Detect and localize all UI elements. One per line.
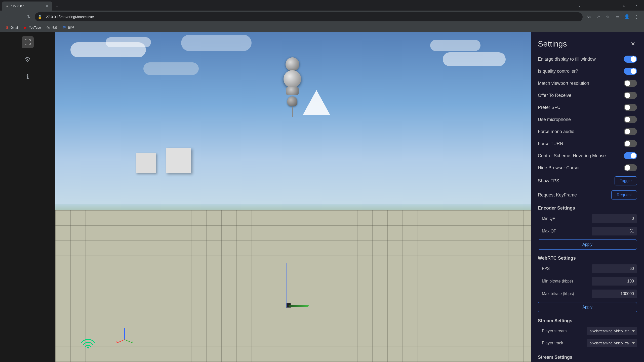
- bookmark-btn[interactable]: ☆: [603, 12, 612, 21]
- vertical-axis: [287, 263, 287, 308]
- axis-indicator: Z X Y —→: [114, 326, 135, 344]
- offer-label: Offer To Receive: [538, 93, 571, 98]
- microphone-label: Use microphone: [538, 117, 571, 122]
- svg-text:X: X: [115, 341, 117, 343]
- settings-row-offer: Offer To Receive: [538, 90, 637, 101]
- max-qp-row: Max QP: [538, 225, 637, 237]
- max-bitrate-label: Max bitrate (kbps): [538, 292, 574, 296]
- fps-input[interactable]: [592, 264, 637, 273]
- bookmarks-bar: G Gmail ▶ YouTube 🗺 地图 译 翻译: [0, 23, 644, 32]
- split-view-btn[interactable]: ▭: [613, 12, 622, 21]
- player-track-label: Player track: [538, 341, 563, 345]
- player-track-row: Player track pixelstreaming_video_tra: [538, 338, 637, 349]
- settings-icon-btn[interactable]: ⚙: [22, 53, 34, 65]
- forward-btn[interactable]: →: [14, 12, 23, 21]
- max-qp-label: Max QP: [538, 229, 556, 233]
- min-qp-input[interactable]: [592, 214, 637, 223]
- settings-row-sfu: Prefer SFU: [538, 102, 637, 113]
- keyframe-label: Request KeyFrame: [538, 192, 577, 198]
- translate-favicon: 译: [63, 26, 67, 30]
- enlarge-toggle[interactable]: [624, 56, 637, 63]
- settings-row-keyframe: Request KeyFrame Request: [538, 188, 637, 202]
- youtube-favicon: ▶: [23, 26, 27, 30]
- max-bitrate-input[interactable]: [592, 290, 637, 298]
- tab-close-btn[interactable]: ✕: [45, 4, 49, 8]
- cloud-5: [143, 62, 199, 75]
- active-tab[interactable]: ● 127.0.0.1 ✕: [2, 2, 52, 11]
- youtube-label: YouTube: [29, 26, 41, 29]
- webrtc-apply-btn[interactable]: Apply: [538, 302, 637, 312]
- tab-bar: ● 127.0.0.1 ✕ + ⌄ — □ ✕: [0, 0, 644, 11]
- content-area: ⛶ ⚙ ℹ: [0, 32, 644, 362]
- cursor-label: Hide Browser Cursor: [538, 165, 580, 171]
- back-btn[interactable]: ←: [3, 12, 12, 21]
- maximize-btn[interactable]: □: [618, 2, 630, 10]
- bookmark-gmail[interactable]: G Gmail: [3, 24, 20, 31]
- max-qp-input[interactable]: [592, 227, 637, 235]
- encoder-section-header: Encoder Settings: [538, 203, 637, 212]
- turn-label: Force TURN: [538, 141, 563, 146]
- bookmark-maps[interactable]: 🗺 地图: [44, 24, 60, 31]
- tab-list-btn[interactable]: ⌄: [574, 2, 585, 10]
- min-bitrate-label: Min bitrate (kbps): [538, 279, 573, 284]
- control-toggle[interactable]: [624, 152, 637, 159]
- enlarge-label: Enlarge display to fill window: [538, 57, 596, 62]
- settings-close-btn[interactable]: ✕: [629, 40, 637, 48]
- window-controls: ⌄ — □ ✕: [574, 2, 642, 11]
- sfu-label: Prefer SFU: [538, 105, 560, 110]
- translate-label: 翻译: [68, 25, 74, 30]
- left-sidebar: ⛶ ⚙ ℹ: [0, 32, 55, 362]
- quality-label: Is quality controller?: [538, 69, 578, 74]
- cloud-6: [181, 35, 252, 51]
- player-stream-select[interactable]: pixelstreaming_video_str: [587, 327, 637, 335]
- stream-settings-sub-header: Stream Settings: [538, 352, 637, 361]
- maps-favicon: 🗺: [46, 26, 50, 30]
- address-bar[interactable]: 🔒 127.0.0.1/?hoveringMouse=true: [35, 12, 583, 21]
- request-keyframe-btn[interactable]: Request: [611, 190, 637, 199]
- box-1: [136, 153, 156, 173]
- nav-right-icons: Aa ↗ ☆ ▭ 👤 ⋮: [584, 12, 641, 21]
- share-btn[interactable]: ↗: [594, 12, 603, 21]
- profile-btn[interactable]: 👤: [622, 12, 631, 21]
- settings-row-control: Control Scheme: Hovering Mouse: [538, 150, 637, 161]
- toggle-fps-btn[interactable]: Toggle: [615, 176, 637, 185]
- mono-toggle[interactable]: [624, 128, 637, 135]
- browser-frame: ● 127.0.0.1 ✕ + ⌄ — □ ✕ ← → ↻ 🔒 127.0.0.…: [0, 0, 644, 362]
- player-track-select[interactable]: pixelstreaming_video_tra: [587, 339, 637, 347]
- translate-btn[interactable]: Aa: [584, 12, 593, 21]
- robot-figure: [284, 57, 301, 117]
- close-btn[interactable]: ✕: [630, 2, 642, 10]
- encoder-apply-btn[interactable]: Apply: [538, 239, 637, 250]
- turn-toggle[interactable]: [624, 140, 637, 147]
- settings-header: Settings ✕: [531, 32, 644, 54]
- svg-text:Z: Z: [124, 326, 125, 328]
- quality-toggle[interactable]: [624, 68, 637, 75]
- player-stream-label: Player stream: [538, 329, 567, 333]
- player-stream-row: Player stream pixelstreaming_video_str: [538, 326, 637, 337]
- viewport-toggle[interactable]: [624, 80, 637, 87]
- white-triangle: [303, 90, 330, 115]
- min-bitrate-input[interactable]: [592, 277, 637, 286]
- robot-neck: [286, 87, 299, 95]
- box-2: [166, 148, 191, 173]
- bookmark-translate[interactable]: 译 翻译: [61, 24, 76, 31]
- minimize-btn[interactable]: —: [606, 2, 618, 10]
- scene-background: Z X Y —→: [55, 32, 531, 362]
- info-icon-btn[interactable]: ℹ: [22, 70, 34, 83]
- secure-icon: 🔒: [38, 15, 42, 19]
- settings-row-cursor: Hide Browser Cursor: [538, 162, 637, 173]
- svg-text:Y: Y: [132, 341, 133, 343]
- cursor-toggle[interactable]: [624, 164, 637, 171]
- more-btn[interactable]: ⋮: [632, 12, 641, 21]
- microphone-toggle[interactable]: [624, 116, 637, 123]
- fps-label: FPS: [538, 266, 550, 271]
- refresh-btn[interactable]: ↻: [24, 12, 33, 21]
- sfu-toggle[interactable]: [624, 104, 637, 111]
- new-tab-button[interactable]: +: [53, 3, 61, 10]
- expand-icon-btn[interactable]: ⛶: [22, 36, 34, 48]
- offer-toggle[interactable]: [624, 92, 637, 99]
- viewport[interactable]: Z X Y —→: [55, 32, 531, 362]
- robot-head-top: [286, 57, 299, 71]
- settings-row-enlarge: Enlarge display to fill window: [538, 54, 637, 65]
- bookmark-youtube[interactable]: ▶ YouTube: [21, 24, 43, 31]
